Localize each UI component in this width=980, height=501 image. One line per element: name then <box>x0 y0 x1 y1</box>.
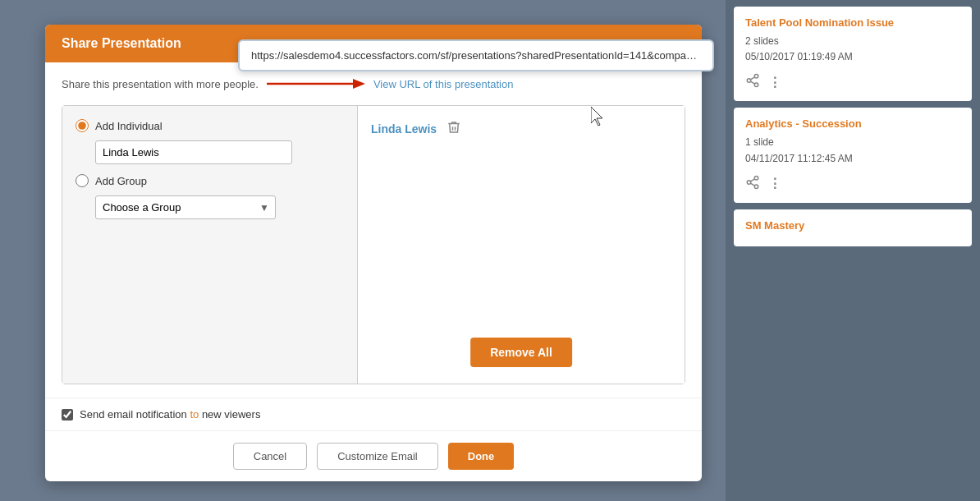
view-url-link[interactable]: View URL of this presentation <box>373 78 514 90</box>
add-group-radio-item: Add Group <box>76 174 344 187</box>
card-sm-mastery: SM Mastery <box>734 209 972 246</box>
left-panel: Add Individual Add Group Choose a Group … <box>62 106 358 384</box>
svg-point-1 <box>747 79 751 83</box>
svg-point-7 <box>754 185 758 189</box>
add-group-radio[interactable] <box>76 174 89 187</box>
add-individual-radio-item: Add Individual <box>76 119 344 132</box>
svg-line-8 <box>750 183 754 186</box>
svg-line-9 <box>750 179 754 182</box>
share-icon-analytics[interactable] <box>745 175 760 193</box>
modal-title: Share Presentation <box>62 36 181 50</box>
card-date-analytics: 04/11/2017 11:12:45 AM <box>745 151 960 167</box>
email-notification-checkbox[interactable] <box>62 409 73 421</box>
modal-body: Share this presentation with more people… <box>45 62 702 398</box>
share-description-text: Share this presentation with more people… <box>62 78 259 90</box>
svg-line-3 <box>750 82 754 85</box>
more-options-icon-talent-pool[interactable]: ⋮ <box>768 75 781 90</box>
group-select[interactable]: Choose a Group <box>95 195 276 219</box>
arrow-icon <box>267 76 365 92</box>
card-analytics: Analytics - Succession 1 slide 04/11/201… <box>734 108 972 202</box>
card-talent-pool: Talent Pool Nomination Issue 2 slides 05… <box>734 7 972 101</box>
svg-point-0 <box>754 75 758 79</box>
svg-point-5 <box>754 176 758 180</box>
card-date-talent-pool: 05/10/2017 01:19:49 AM <box>745 49 960 65</box>
trash-icon[interactable] <box>446 119 461 139</box>
customize-email-button[interactable]: Customize Email <box>317 443 438 470</box>
individual-name-input[interactable] <box>95 140 292 164</box>
card-slides-talent-pool: 2 slides <box>745 34 960 49</box>
card-slides-analytics: 1 slide <box>745 135 960 150</box>
share-icon-talent-pool[interactable] <box>745 73 760 91</box>
arrow-link-wrapper: View URL of this presentation <box>267 76 514 92</box>
share-description-row: Share this presentation with more people… <box>62 76 685 92</box>
cancel-button[interactable]: Cancel <box>233 443 307 470</box>
card-title-talent-pool: Talent Pool Nomination Issue <box>745 16 960 29</box>
recipient-name: Linda Lewis <box>371 122 437 136</box>
svg-point-2 <box>754 83 758 87</box>
add-individual-radio[interactable] <box>76 119 89 132</box>
card-title-analytics: Analytics - Succession <box>745 117 960 130</box>
share-content-area: Add Individual Add Group Choose a Group … <box>62 105 685 384</box>
card-title-sm-mastery: SM Mastery <box>745 219 960 232</box>
add-group-label: Add Group <box>95 175 147 187</box>
more-options-icon-analytics[interactable]: ⋮ <box>768 176 781 191</box>
svg-point-6 <box>747 181 751 185</box>
svg-line-4 <box>750 77 754 80</box>
remove-all-button[interactable]: Remove All <box>470 338 572 367</box>
email-notification-to: to <box>190 408 199 421</box>
add-individual-label: Add Individual <box>95 120 163 132</box>
sidebar-panel: Talent Pool Nomination Issue 2 slides 05… <box>726 0 980 501</box>
email-notification-label: Send email notification to new viewers <box>80 408 260 421</box>
svg-marker-11 <box>353 79 365 89</box>
share-presentation-modal: Share Presentation Share this presentati… <box>45 25 702 481</box>
done-button[interactable]: Done <box>448 443 515 470</box>
recipient-row: Linda Lewis <box>371 119 671 139</box>
group-select-wrapper: Choose a Group ▼ <box>95 195 276 219</box>
modal-footer: Cancel Customize Email Done <box>45 430 702 481</box>
right-panel: Linda Lewis Remove All <box>358 106 685 384</box>
email-notification-row: Send email notification to new viewers <box>45 398 702 430</box>
url-bar: https://salesdemo4.successfactors.com/sf… <box>238 39 714 71</box>
